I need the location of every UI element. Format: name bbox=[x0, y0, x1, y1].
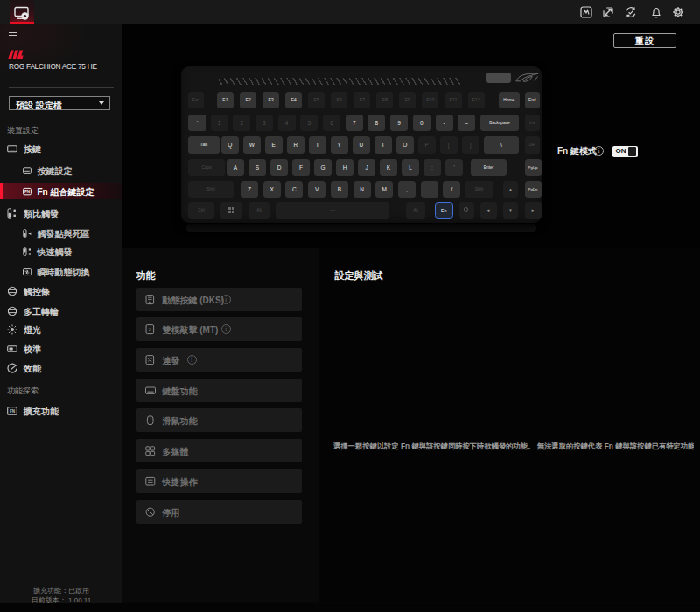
svg-text:FN: FN bbox=[24, 190, 31, 194]
svg-text:2: 2 bbox=[148, 327, 150, 332]
svg-text:FN: FN bbox=[10, 409, 16, 414]
